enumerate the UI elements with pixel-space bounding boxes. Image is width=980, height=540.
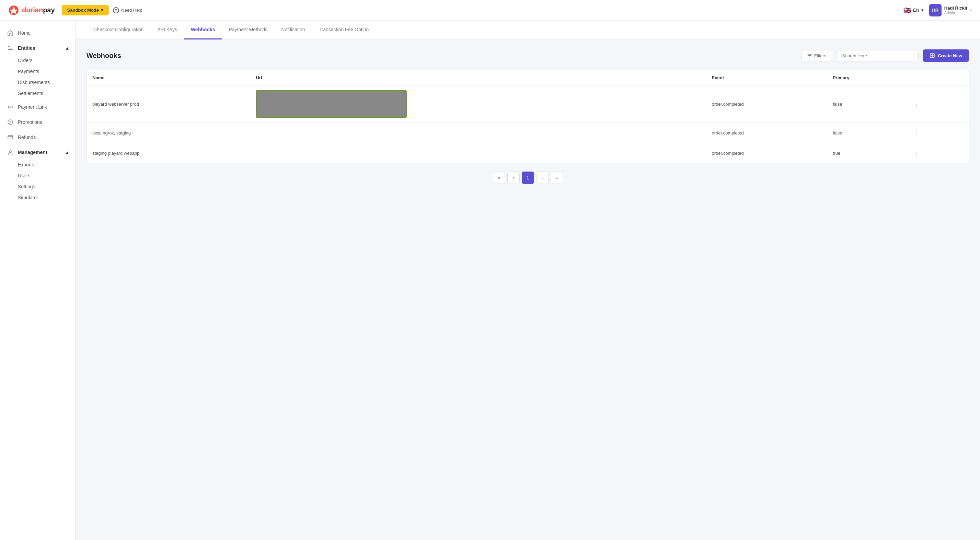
tab-checkout-configuration[interactable]: Checkout Configuration [86, 21, 150, 40]
sidebar-item-users[interactable]: Users [18, 170, 75, 181]
col-url: Url [250, 70, 706, 86]
logo: durianpay [8, 5, 55, 16]
table-row: local ngrok, staging order.completed fal… [87, 123, 969, 143]
sidebar-label-refunds: Refunds [18, 135, 36, 140]
table-body: playard webserver prod order.completed f… [87, 86, 969, 163]
section-title: Webhooks [86, 52, 121, 60]
section-header: Webhooks Filters [86, 49, 969, 62]
row-event: order.completed [706, 143, 827, 163]
col-primary: Primary [827, 70, 905, 86]
row-more-button[interactable]: ⋮ [910, 128, 922, 138]
pagination-prev[interactable]: ‹ [508, 172, 520, 184]
row-actions: ⋮ [905, 123, 969, 143]
tab-api-keys[interactable]: API Keys [150, 21, 184, 40]
row-url [250, 143, 706, 163]
svg-rect-3 [8, 48, 13, 48]
sidebar-item-settlements[interactable]: Settlements [18, 88, 75, 99]
payment-link-icon [7, 103, 14, 110]
webhooks-section: Webhooks Filters [76, 40, 980, 202]
search-input[interactable] [836, 50, 918, 61]
sidebar-item-payments[interactable]: Payments [18, 66, 75, 77]
promotions-icon [7, 119, 14, 125]
svg-rect-6 [8, 135, 13, 139]
row-name: staging playard webapp [87, 143, 250, 163]
logo-icon [8, 5, 19, 16]
sidebar-label-payment-link: Payment Link [18, 104, 47, 110]
user-role: Admin [944, 11, 967, 15]
user-avatar: HR [929, 4, 942, 16]
sidebar-item-simulator[interactable]: Simulator [18, 192, 75, 203]
sidebar-item-payment-link[interactable]: Payment Link [0, 100, 75, 114]
pagination-page-1[interactable]: 1 [522, 172, 534, 184]
sidebar-entities-header[interactable]: Entities ▴ [0, 41, 75, 55]
sidebar-item-settings[interactable]: Settings [18, 181, 75, 192]
entities-label: Entities [18, 45, 35, 51]
management-icon [7, 149, 14, 156]
entities-chevron-icon: ▴ [66, 45, 68, 51]
help-label: Need Help [121, 8, 142, 13]
sidebar-label-home: Home [18, 30, 30, 36]
sidebar-item-home[interactable]: Home [0, 26, 75, 40]
filters-button[interactable]: Filters [802, 50, 832, 61]
row-event: order.completed [706, 86, 827, 123]
top-bar-right: 🇬🇧 EN ▾ HR Hadi Rickit Admin ▾ [904, 4, 972, 16]
row-more-button[interactable]: ⋮ [910, 148, 922, 158]
lang-label: EN [913, 8, 919, 13]
col-actions [905, 70, 969, 86]
row-more-button[interactable]: ⋮ [910, 99, 922, 109]
app-wrapper: durianpay Sandbox Mode ▾ ? Need Help 🇬🇧 … [0, 0, 980, 540]
sidebar-item-orders[interactable]: Orders [18, 55, 75, 66]
row-primary: true [827, 143, 905, 163]
user-name: Hadi Rickit [944, 5, 967, 11]
chevron-down-icon: ▾ [101, 8, 103, 13]
sidebar-subitems-management: Exports Users Settings Simulator [0, 159, 75, 203]
create-new-button[interactable]: Create New [923, 49, 969, 62]
create-icon [929, 53, 935, 58]
help-icon: ? [113, 7, 119, 13]
table-row: staging playard webapp order.completed t… [87, 143, 969, 163]
tab-webhooks[interactable]: Webhooks [184, 21, 222, 40]
management-chevron-icon: ▴ [66, 149, 68, 155]
tab-transaction-fee-option[interactable]: Transaction Fee Option [312, 21, 376, 40]
sidebar: Home Entities ▴ Orders Payments Di [0, 21, 76, 540]
svg-point-7 [9, 151, 11, 152]
logo-text: durianpay [22, 6, 55, 14]
sidebar-section-payment-link: Payment Link [0, 100, 75, 114]
main-content: Checkout Configuration API Keys Webhooks… [76, 21, 980, 540]
sidebar-section-promotions: Promotions [0, 115, 75, 129]
tabs-bar: Checkout Configuration API Keys Webhooks… [76, 21, 980, 40]
sidebar-section-refunds: Refunds [0, 130, 75, 144]
need-help-button[interactable]: ? Need Help [113, 7, 142, 13]
sidebar-section-management: Management ▴ Exports Users Settings Simu… [0, 146, 75, 203]
row-actions: ⋮ [905, 143, 969, 163]
row-name: playard webserver prod [87, 86, 250, 123]
row-url [250, 123, 706, 143]
pagination-first[interactable]: « [493, 172, 505, 184]
sidebar-item-promotions[interactable]: Promotions [0, 115, 75, 129]
table-row: playard webserver prod order.completed f… [87, 86, 969, 123]
row-primary: false [827, 123, 905, 143]
row-event: order.completed [706, 123, 827, 143]
url-redacted [256, 90, 407, 118]
sidebar-item-refunds[interactable]: Refunds [0, 130, 75, 144]
sidebar-item-disbursements[interactable]: Disbursements [18, 77, 75, 88]
user-area[interactable]: HR Hadi Rickit Admin ▾ [929, 4, 972, 16]
webhooks-table: Name Url Event Primary playard webserver… [87, 70, 969, 163]
svg-rect-2 [8, 46, 10, 47]
sidebar-item-exports[interactable]: Exports [18, 159, 75, 170]
entities-icon [7, 44, 14, 51]
top-bar: durianpay Sandbox Mode ▾ ? Need Help 🇬🇧 … [0, 0, 980, 21]
pagination-next[interactable]: › [536, 172, 549, 184]
filter-label: Filters [814, 53, 826, 58]
filter-icon [807, 53, 812, 58]
sidebar-management-header[interactable]: Management ▴ [0, 146, 75, 159]
row-actions: ⋮ [905, 86, 969, 123]
tab-notification[interactable]: Notification [274, 21, 312, 40]
sandbox-mode-button[interactable]: Sandbox Mode ▾ [62, 5, 109, 16]
tab-payment-methods[interactable]: Payment Methods [222, 21, 274, 40]
section-actions: Filters Create New [802, 49, 969, 62]
language-selector[interactable]: 🇬🇧 EN ▾ [904, 6, 924, 14]
pagination-last[interactable]: » [550, 172, 563, 184]
col-event: Event [706, 70, 827, 86]
row-url [250, 86, 706, 123]
